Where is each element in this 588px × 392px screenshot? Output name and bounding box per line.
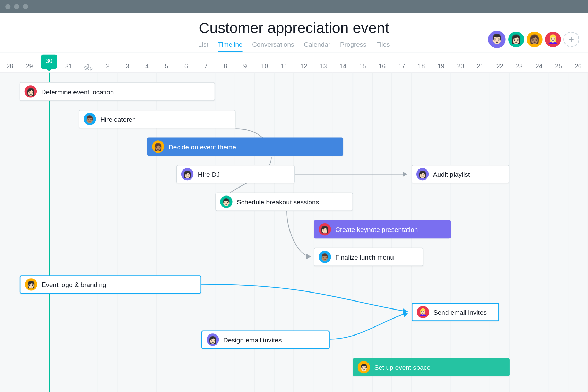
date-cell: 25 (549, 63, 569, 72)
task-label: Finalize lunch menu (335, 253, 394, 261)
window-chrome (0, 0, 588, 13)
task-label: Audit playlist (433, 171, 470, 178)
assignee-avatar: 👱🏻‍♀️ (417, 306, 429, 318)
date-cell: 20 (451, 63, 470, 72)
date-cell: 13 (313, 63, 333, 72)
date-cell: 8 (216, 63, 235, 72)
task-label: Hire DJ (198, 171, 220, 178)
date-cell: 11 (274, 63, 294, 72)
date-cell: 10 (255, 63, 275, 72)
date-cell: 23 (510, 63, 529, 72)
date-cell: 14 (333, 63, 353, 72)
date-cell: Sep1 (78, 63, 98, 72)
add-member-button[interactable]: + (563, 32, 579, 47)
task-bar[interactable]: 👩🏽Decide on event theme (147, 138, 343, 156)
task-label: Set up event space (374, 364, 431, 371)
date-cell: 17 (392, 63, 412, 72)
tab-timeline[interactable]: Timeline (218, 41, 243, 52)
date-cell: 16 (372, 63, 392, 72)
tab-files[interactable]: Files (376, 41, 390, 52)
assignee-avatar: 👩🏻 (416, 168, 429, 180)
window-dot (14, 4, 19, 9)
task-bar[interactable]: 👩🏻Audit playlist (412, 165, 509, 183)
assignee-avatar: 👩🏻 (181, 168, 193, 180)
date-cell: 28 (0, 63, 20, 72)
date-cell: 3 (118, 63, 137, 72)
task-bar[interactable]: 👨🏽Finalize lunch menu (314, 248, 423, 266)
task-bar[interactable]: 👱🏻‍♀️Send email invites (412, 303, 499, 321)
date-cell: 6 (176, 63, 196, 72)
today-marker (49, 73, 50, 392)
timeline-gantt[interactable]: 👩🏻Determine event location👨🏽Hire caterer… (0, 73, 588, 392)
assignee-avatar: 👨🏻 (358, 361, 370, 373)
tab-list[interactable]: List (198, 41, 208, 52)
window-dot (5, 4, 10, 9)
date-cell: 15 (353, 63, 373, 72)
assignee-avatar: 👩🏻 (25, 278, 37, 290)
date-cell: 30 (39, 55, 59, 72)
tab-conversations[interactable]: Conversations (252, 41, 294, 52)
task-label: Determine event location (41, 88, 114, 95)
task-label: Hire caterer (100, 115, 135, 123)
timeline-date-strip: 28293031Sep12345678910111213141516171819… (0, 53, 588, 73)
task-label: Design email invites (223, 336, 282, 343)
assignee-avatar: 👨🏽 (84, 113, 96, 125)
assignee-avatar: 👩🏽 (152, 140, 164, 153)
date-cell: 19 (431, 63, 451, 72)
date-cell: 9 (235, 63, 255, 72)
task-label: Decide on event theme (168, 143, 236, 150)
task-bar[interactable]: 👨🏻Schedule breakout sessions (215, 193, 353, 211)
task-label: Event logo & branding (42, 281, 106, 288)
date-cell: 12 (294, 63, 314, 72)
date-cell: 7 (196, 63, 216, 72)
task-label: Send email invites (433, 308, 487, 316)
task-bar[interactable]: 👩🏻Determine event location (20, 82, 215, 101)
date-cell: 21 (470, 63, 490, 72)
assignee-avatar: 👩🏻 (207, 333, 219, 346)
assignee-avatar: 👩🏻 (25, 85, 37, 97)
date-cell: 24 (529, 63, 549, 72)
team-avatar[interactable]: 👨🏻 (488, 31, 506, 48)
assignee-avatar: 👨🏽 (319, 251, 331, 263)
team-avatar[interactable]: 👩🏻 (508, 32, 524, 47)
date-cell: 18 (412, 63, 431, 72)
window-dot (23, 4, 28, 9)
team-avatars: 👨🏻👩🏻👩🏽👱🏻‍♀️+ (488, 31, 579, 48)
task-bar[interactable]: 👩🏻Create keynote presentation (314, 220, 451, 238)
task-bar[interactable]: 👨🏻Set up event space (353, 358, 510, 376)
date-cell: 5 (157, 63, 176, 72)
team-avatar[interactable]: 👩🏽 (527, 32, 542, 47)
date-cell: 22 (490, 63, 510, 72)
tab-calendar[interactable]: Calendar (304, 41, 330, 52)
date-cell: 2 (98, 63, 118, 72)
task-label: Schedule breakout sessions (237, 198, 319, 205)
task-bar[interactable]: 👨🏽Hire caterer (79, 110, 235, 128)
task-bar[interactable]: 👩🏻Design email invites (201, 330, 330, 349)
date-cell: 31 (59, 63, 79, 72)
date-cell: 29 (20, 63, 40, 72)
task-bar[interactable]: 👩🏻Hire DJ (176, 165, 295, 183)
tab-progress[interactable]: Progress (340, 41, 366, 52)
project-header: Customer appreciation event List Timelin… (0, 13, 588, 53)
month-label: Sep (78, 65, 98, 70)
date-cell: 4 (137, 63, 157, 72)
task-label: Create keynote presentation (335, 226, 418, 233)
team-avatar[interactable]: 👱🏻‍♀️ (545, 32, 561, 47)
date-cell: 26 (568, 63, 588, 72)
assignee-avatar: 👩🏻 (319, 223, 331, 235)
task-bar[interactable]: 👩🏻Event logo & branding (20, 275, 201, 294)
assignee-avatar: 👨🏻 (220, 195, 232, 208)
